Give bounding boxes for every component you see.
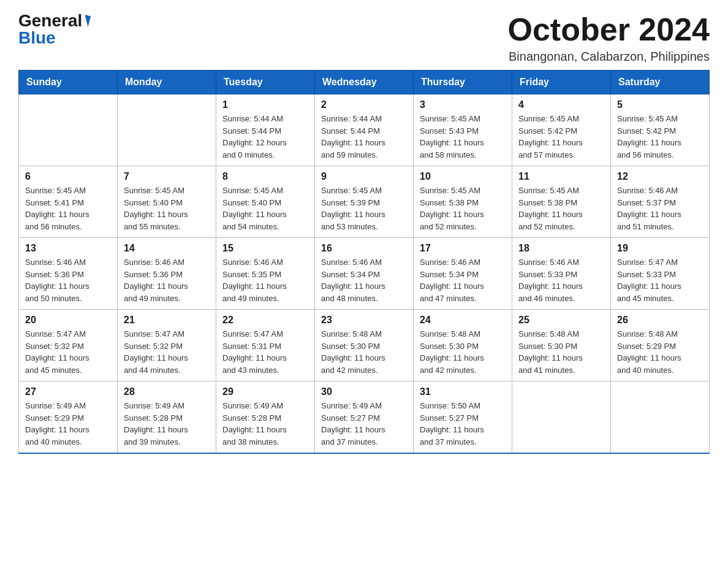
weekday-header-wednesday: Wednesday bbox=[315, 71, 414, 94]
calendar-cell: 30Sunrise: 5:49 AM Sunset: 5:27 PM Dayli… bbox=[315, 381, 414, 454]
calendar-cell bbox=[19, 94, 118, 166]
weekday-header-saturday: Saturday bbox=[611, 71, 710, 94]
weekday-header-thursday: Thursday bbox=[414, 71, 512, 94]
calendar-cell: 31Sunrise: 5:50 AM Sunset: 5:27 PM Dayli… bbox=[414, 381, 512, 454]
calendar-cell: 4Sunrise: 5:45 AM Sunset: 5:42 PM Daylig… bbox=[512, 94, 611, 166]
day-info: Sunrise: 5:48 AM Sunset: 5:30 PM Dayligh… bbox=[518, 328, 604, 376]
day-number: 10 bbox=[420, 171, 506, 182]
day-info: Sunrise: 5:46 AM Sunset: 5:36 PM Dayligh… bbox=[25, 256, 111, 304]
calendar-cell: 17Sunrise: 5:46 AM Sunset: 5:34 PM Dayli… bbox=[414, 238, 512, 310]
day-info: Sunrise: 5:47 AM Sunset: 5:33 PM Dayligh… bbox=[617, 256, 703, 304]
day-info: Sunrise: 5:45 AM Sunset: 5:42 PM Dayligh… bbox=[617, 113, 703, 161]
calendar-week-row: 6Sunrise: 5:45 AM Sunset: 5:41 PM Daylig… bbox=[19, 166, 710, 238]
calendar-cell bbox=[512, 381, 611, 454]
weekday-header-monday: Monday bbox=[118, 71, 216, 94]
day-number: 13 bbox=[25, 243, 111, 254]
calendar-cell: 5Sunrise: 5:45 AM Sunset: 5:42 PM Daylig… bbox=[611, 94, 710, 166]
day-number: 25 bbox=[518, 315, 604, 326]
location-text: Binangonan, Calabarzon, Philippines bbox=[508, 50, 710, 64]
day-info: Sunrise: 5:50 AM Sunset: 5:27 PM Dayligh… bbox=[420, 400, 506, 448]
calendar-cell: 7Sunrise: 5:45 AM Sunset: 5:40 PM Daylig… bbox=[118, 166, 216, 238]
day-info: Sunrise: 5:49 AM Sunset: 5:28 PM Dayligh… bbox=[124, 400, 210, 448]
day-info: Sunrise: 5:45 AM Sunset: 5:40 PM Dayligh… bbox=[222, 185, 308, 232]
day-number: 28 bbox=[124, 386, 210, 397]
calendar-cell: 15Sunrise: 5:46 AM Sunset: 5:35 PM Dayli… bbox=[216, 238, 315, 310]
calendar-cell bbox=[118, 94, 216, 166]
calendar-cell: 28Sunrise: 5:49 AM Sunset: 5:28 PM Dayli… bbox=[118, 381, 216, 454]
day-number: 12 bbox=[617, 171, 703, 182]
day-info: Sunrise: 5:45 AM Sunset: 5:39 PM Dayligh… bbox=[321, 185, 407, 232]
calendar-week-row: 20Sunrise: 5:47 AM Sunset: 5:32 PM Dayli… bbox=[19, 310, 710, 381]
calendar-cell: 8Sunrise: 5:45 AM Sunset: 5:40 PM Daylig… bbox=[216, 166, 315, 238]
day-number: 23 bbox=[321, 315, 407, 326]
calendar-cell: 16Sunrise: 5:46 AM Sunset: 5:34 PM Dayli… bbox=[315, 238, 414, 310]
day-info: Sunrise: 5:45 AM Sunset: 5:38 PM Dayligh… bbox=[420, 185, 506, 232]
day-info: Sunrise: 5:48 AM Sunset: 5:30 PM Dayligh… bbox=[321, 328, 407, 376]
day-info: Sunrise: 5:47 AM Sunset: 5:31 PM Dayligh… bbox=[222, 328, 308, 376]
calendar-week-row: 13Sunrise: 5:46 AM Sunset: 5:36 PM Dayli… bbox=[19, 238, 710, 310]
day-info: Sunrise: 5:45 AM Sunset: 5:38 PM Dayligh… bbox=[518, 185, 604, 232]
day-info: Sunrise: 5:45 AM Sunset: 5:40 PM Dayligh… bbox=[124, 185, 210, 232]
day-number: 3 bbox=[420, 99, 506, 110]
month-title: October 2024 bbox=[508, 12, 710, 47]
calendar-cell: 24Sunrise: 5:48 AM Sunset: 5:30 PM Dayli… bbox=[414, 310, 512, 381]
calendar-table: SundayMondayTuesdayWednesdayThursdayFrid… bbox=[18, 70, 710, 454]
day-number: 5 bbox=[617, 99, 703, 110]
day-info: Sunrise: 5:47 AM Sunset: 5:32 PM Dayligh… bbox=[124, 328, 210, 376]
day-number: 6 bbox=[25, 171, 111, 182]
weekday-header-tuesday: Tuesday bbox=[216, 71, 315, 94]
day-number: 2 bbox=[321, 99, 407, 110]
calendar-cell: 26Sunrise: 5:48 AM Sunset: 5:29 PM Dayli… bbox=[611, 310, 710, 381]
logo-general-text: General bbox=[18, 12, 82, 29]
calendar-cell: 23Sunrise: 5:48 AM Sunset: 5:30 PM Dayli… bbox=[315, 310, 414, 381]
day-info: Sunrise: 5:45 AM Sunset: 5:41 PM Dayligh… bbox=[25, 185, 111, 232]
day-number: 30 bbox=[321, 386, 407, 397]
calendar-cell: 18Sunrise: 5:46 AM Sunset: 5:33 PM Dayli… bbox=[512, 238, 611, 310]
day-number: 27 bbox=[25, 386, 111, 397]
day-info: Sunrise: 5:45 AM Sunset: 5:43 PM Dayligh… bbox=[420, 113, 506, 161]
calendar-cell: 13Sunrise: 5:46 AM Sunset: 5:36 PM Dayli… bbox=[19, 238, 118, 310]
calendar-cell: 6Sunrise: 5:45 AM Sunset: 5:41 PM Daylig… bbox=[19, 166, 118, 238]
day-info: Sunrise: 5:46 AM Sunset: 5:37 PM Dayligh… bbox=[617, 185, 703, 232]
calendar-cell: 3Sunrise: 5:45 AM Sunset: 5:43 PM Daylig… bbox=[414, 94, 512, 166]
calendar-cell: 22Sunrise: 5:47 AM Sunset: 5:31 PM Dayli… bbox=[216, 310, 315, 381]
calendar-week-row: 27Sunrise: 5:49 AM Sunset: 5:29 PM Dayli… bbox=[19, 381, 710, 454]
calendar-cell: 2Sunrise: 5:44 AM Sunset: 5:44 PM Daylig… bbox=[315, 94, 414, 166]
calendar-header-row: SundayMondayTuesdayWednesdayThursdayFrid… bbox=[19, 71, 710, 94]
day-info: Sunrise: 5:46 AM Sunset: 5:34 PM Dayligh… bbox=[321, 256, 407, 304]
day-number: 7 bbox=[124, 171, 210, 182]
day-number: 8 bbox=[222, 171, 308, 182]
day-number: 20 bbox=[25, 315, 111, 326]
day-number: 1 bbox=[222, 99, 308, 110]
day-number: 18 bbox=[518, 243, 604, 254]
day-info: Sunrise: 5:45 AM Sunset: 5:42 PM Dayligh… bbox=[518, 113, 604, 161]
day-number: 16 bbox=[321, 243, 407, 254]
calendar-cell: 20Sunrise: 5:47 AM Sunset: 5:32 PM Dayli… bbox=[19, 310, 118, 381]
calendar-cell: 25Sunrise: 5:48 AM Sunset: 5:30 PM Dayli… bbox=[512, 310, 611, 381]
calendar-cell: 1Sunrise: 5:44 AM Sunset: 5:44 PM Daylig… bbox=[216, 94, 315, 166]
calendar-cell: 19Sunrise: 5:47 AM Sunset: 5:33 PM Dayli… bbox=[611, 238, 710, 310]
calendar-cell: 12Sunrise: 5:46 AM Sunset: 5:37 PM Dayli… bbox=[611, 166, 710, 238]
day-number: 15 bbox=[222, 243, 308, 254]
calendar-cell: 9Sunrise: 5:45 AM Sunset: 5:39 PM Daylig… bbox=[315, 166, 414, 238]
day-info: Sunrise: 5:46 AM Sunset: 5:34 PM Dayligh… bbox=[420, 256, 506, 304]
day-number: 21 bbox=[124, 315, 210, 326]
day-number: 24 bbox=[420, 315, 506, 326]
calendar-cell: 21Sunrise: 5:47 AM Sunset: 5:32 PM Dayli… bbox=[118, 310, 216, 381]
day-info: Sunrise: 5:47 AM Sunset: 5:32 PM Dayligh… bbox=[25, 328, 111, 376]
day-number: 11 bbox=[518, 171, 604, 182]
day-info: Sunrise: 5:48 AM Sunset: 5:30 PM Dayligh… bbox=[420, 328, 506, 376]
day-info: Sunrise: 5:46 AM Sunset: 5:36 PM Dayligh… bbox=[124, 256, 210, 304]
day-info: Sunrise: 5:49 AM Sunset: 5:28 PM Dayligh… bbox=[222, 400, 308, 448]
day-info: Sunrise: 5:48 AM Sunset: 5:29 PM Dayligh… bbox=[617, 328, 703, 376]
day-number: 29 bbox=[222, 386, 308, 397]
day-number: 19 bbox=[617, 243, 703, 254]
day-number: 17 bbox=[420, 243, 506, 254]
day-number: 26 bbox=[617, 315, 703, 326]
day-info: Sunrise: 5:49 AM Sunset: 5:29 PM Dayligh… bbox=[25, 400, 111, 448]
weekday-header-sunday: Sunday bbox=[19, 71, 118, 94]
calendar-week-row: 1Sunrise: 5:44 AM Sunset: 5:44 PM Daylig… bbox=[19, 94, 710, 166]
calendar-cell: 29Sunrise: 5:49 AM Sunset: 5:28 PM Dayli… bbox=[216, 381, 315, 454]
calendar-cell: 11Sunrise: 5:45 AM Sunset: 5:38 PM Dayli… bbox=[512, 166, 611, 238]
weekday-header-friday: Friday bbox=[512, 71, 611, 94]
